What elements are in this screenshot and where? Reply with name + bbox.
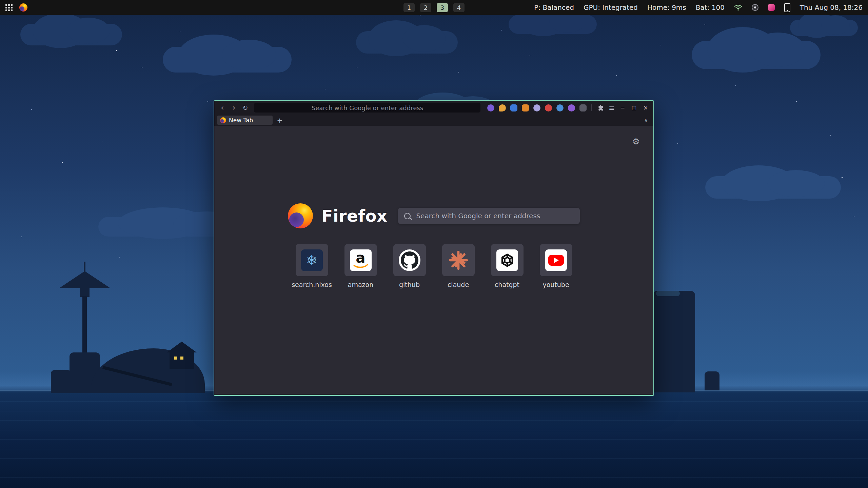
shortcut-amazon[interactable]: a amazon <box>344 244 377 288</box>
cloud <box>509 15 597 34</box>
search-icon <box>404 213 411 219</box>
firefox-wordmark: Firefox <box>322 206 388 225</box>
newtab-hero: Firefox <box>214 203 653 228</box>
tile-label: amazon <box>348 281 373 288</box>
personalize-gear-icon[interactable]: ⚙ <box>632 137 640 146</box>
back-button[interactable]: ‹ <box>218 103 227 113</box>
tile-card <box>491 244 524 276</box>
extension-icon-7[interactable] <box>556 104 564 111</box>
url-bar[interactable] <box>254 103 480 113</box>
tile-label: youtube <box>542 281 569 288</box>
shortcut-github[interactable]: github <box>393 244 426 288</box>
workspace-button-1[interactable]: 1 <box>403 3 415 12</box>
toolbar-separator <box>591 104 592 111</box>
tab-label: New Tab <box>229 117 253 124</box>
extension-icon-8[interactable] <box>568 104 575 111</box>
tile-card <box>442 244 475 276</box>
cloud <box>163 47 292 73</box>
cloud <box>790 20 858 36</box>
clock: Thu Aug 08, 18:26 <box>800 3 863 12</box>
firefox-window: ‹ › ↻ ≡ − □ <box>214 100 654 396</box>
claude-icon <box>449 250 468 270</box>
list-tabs-chevron-icon[interactable]: ∨ <box>642 117 651 123</box>
shortcut-claude[interactable]: claude <box>442 244 475 288</box>
extension-icon-2[interactable] <box>499 104 506 111</box>
tile-card: ❄ <box>296 244 328 276</box>
youtube-icon <box>545 249 567 271</box>
hut-window <box>174 357 177 360</box>
menu-button[interactable]: ≡ <box>607 103 616 112</box>
tile-card: a <box>344 244 377 276</box>
tile-card <box>393 244 426 276</box>
workspace-button-4[interactable]: 4 <box>453 3 465 12</box>
shortcut-search-nixos[interactable]: ❄ search.nixos <box>296 244 328 288</box>
desktop: 1 2 3 4 P: Balanced GPU: Integrated Home… <box>0 0 868 488</box>
shortcut-youtube[interactable]: youtube <box>540 244 572 288</box>
firefox-taskbar-icon[interactable] <box>19 3 27 12</box>
cloud <box>356 31 458 54</box>
minimize-button[interactable]: − <box>618 103 627 112</box>
new-tab-button[interactable]: + <box>275 116 284 125</box>
taskbar: 1 2 3 4 P: Balanced GPU: Integrated Home… <box>0 0 868 15</box>
tray-app-icon[interactable] <box>752 4 758 11</box>
phone-icon[interactable] <box>784 3 790 12</box>
watchtower-spike <box>84 262 85 272</box>
gpu-status: GPU: Integrated <box>584 3 638 12</box>
hut <box>170 352 194 369</box>
url-input[interactable] <box>254 104 480 112</box>
small-rock <box>51 370 71 393</box>
tile-label: search.nixos <box>292 281 332 288</box>
new-tab-page: ⚙ Firefox ❄ search.nixos <box>214 126 653 394</box>
github-icon <box>399 249 420 271</box>
cliff-silhouette <box>653 291 695 392</box>
battery-status: Bat: 100 <box>696 3 725 12</box>
workspace-button-3[interactable]: 3 <box>437 3 448 12</box>
extension-icon-6[interactable] <box>545 104 552 111</box>
small-rock <box>705 371 719 390</box>
cloud <box>20 24 122 45</box>
extension-icon-1[interactable] <box>487 104 494 111</box>
power-profile-status: P: Balanced <box>534 3 574 12</box>
home-latency-status: Home: 9ms <box>647 3 686 12</box>
tile-label: github <box>399 281 420 288</box>
workspace-button-2[interactable]: 2 <box>420 3 431 12</box>
shortcut-tiles: ❄ search.nixos a amazon <box>214 244 653 288</box>
firefox-favicon <box>220 117 226 123</box>
browser-toolbar: ‹ › ↻ ≡ − □ <box>214 101 653 115</box>
tab-new-tab[interactable]: New Tab <box>217 116 273 125</box>
amazon-icon: a <box>350 249 372 271</box>
extension-icon-9[interactable] <box>579 104 587 111</box>
hut-roof <box>167 342 197 352</box>
tile-label: chatgpt <box>495 281 519 288</box>
forward-button[interactable]: › <box>229 103 239 113</box>
app-launcher-icon[interactable] <box>5 4 13 11</box>
firefox-logo <box>288 203 313 228</box>
cloud <box>705 176 841 199</box>
shortcut-chatgpt[interactable]: chatgpt <box>491 244 524 288</box>
tile-card <box>540 244 572 276</box>
workspace-switcher: 1 2 3 4 <box>403 0 465 15</box>
window-controls: − □ × <box>618 103 650 112</box>
reload-button[interactable]: ↻ <box>241 103 250 113</box>
hut-window <box>180 357 183 360</box>
maximize-button[interactable]: □ <box>630 103 638 112</box>
extension-icon-5[interactable] <box>533 104 540 111</box>
tile-label: claude <box>448 281 469 288</box>
nixos-icon: ❄ <box>301 249 323 271</box>
chatgpt-icon <box>496 249 518 271</box>
cloud <box>692 41 821 69</box>
ocean <box>0 392 868 488</box>
extension-icon-3[interactable] <box>510 104 517 111</box>
cliff-ledge <box>656 291 680 296</box>
extension-icon-4[interactable] <box>522 104 529 111</box>
watchtower-roof <box>59 271 110 288</box>
color-swatch-icon[interactable] <box>768 4 775 11</box>
extensions-puzzle-icon[interactable] <box>596 103 605 112</box>
tab-bar: New Tab + ∨ <box>214 115 653 126</box>
extension-toolbar <box>487 104 587 111</box>
newtab-search-input[interactable] <box>415 211 574 220</box>
wifi-icon[interactable] <box>734 4 742 11</box>
newtab-search[interactable] <box>398 208 580 224</box>
close-button[interactable]: × <box>641 103 650 112</box>
watchtower-cabin <box>80 287 90 297</box>
